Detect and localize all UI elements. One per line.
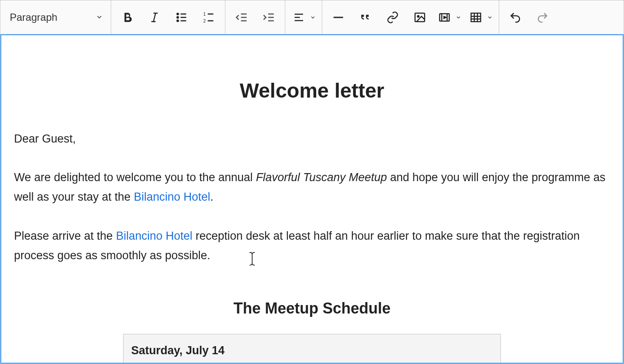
bold-button[interactable] [114,4,141,31]
svg-point-24 [417,15,419,17]
toolbar-group-indent [225,0,285,34]
outdent-button[interactable] [228,4,255,31]
svg-text:1: 1 [203,11,206,17]
media-dropdown[interactable] [455,14,462,20]
text-run: Please arrive at the [14,230,116,242]
italic-button[interactable] [141,4,168,31]
toolbar-group-insert [322,0,499,34]
editor-frame: Paragraph 12 [0,0,624,364]
table-header-row[interactable]: Saturday, July 14 [124,334,501,364]
page-title[interactable]: Welcome letter [14,73,610,108]
svg-text:2: 2 [203,18,206,23]
schedule-table[interactable]: Saturday, July 14 9:30 AM - 11:30 AM Ame… [123,334,501,364]
hotel-link[interactable]: Bilancino Hotel [116,230,192,242]
redo-button[interactable] [529,4,556,31]
align-button[interactable] [288,4,310,31]
horizontal-rule-button[interactable] [325,4,352,31]
greeting-paragraph[interactable]: Dear Guest, [14,129,610,149]
svg-line-2 [154,13,156,22]
svg-point-3 [177,13,178,14]
toolbar-group-align [285,0,322,34]
toolbar-group-heading: Paragraph [0,0,111,34]
indent-button[interactable] [255,4,282,31]
editor-content-area[interactable]: Welcome letter Dear Guest, We are deligh… [0,34,624,364]
text-run: . [210,190,214,203]
toolbar-group-history [499,0,559,34]
heading-label: Paragraph [10,11,57,23]
link-button[interactable] [379,4,406,31]
bullet-list-button[interactable] [168,4,195,31]
image-button[interactable] [406,4,433,31]
table-dropdown[interactable] [486,14,494,20]
intro-paragraph[interactable]: We are delighted to welcome you to the a… [14,168,610,207]
svg-point-5 [177,17,178,18]
table-button[interactable] [465,4,487,31]
svg-rect-29 [471,13,481,22]
document-body[interactable]: Welcome letter Dear Guest, We are deligh… [1,35,623,364]
schedule-heading[interactable]: The Meetup Schedule [14,295,610,321]
numbered-list-button[interactable]: 12 [195,4,222,31]
svg-point-7 [177,20,178,21]
chevron-down-icon [96,11,103,23]
hotel-link[interactable]: Bilancino Hotel [134,190,210,203]
align-dropdown[interactable] [309,14,317,20]
meetup-name: Flavorful Tuscany Meetup [256,171,387,184]
toolbar-group-style: 12 [111,0,225,34]
svg-marker-28 [444,16,446,18]
text-run: We are delighted to welcome you to the a… [14,171,256,184]
undo-button[interactable] [502,4,529,31]
arrival-paragraph[interactable]: Please arrive at the Bilancino Hotel rec… [14,227,610,266]
heading-dropdown[interactable]: Paragraph [0,0,111,34]
blockquote-button[interactable] [352,4,379,31]
toolbar: Paragraph 12 [0,0,624,34]
table-header-cell[interactable]: Saturday, July 14 [124,334,501,364]
media-button[interactable] [433,4,455,31]
